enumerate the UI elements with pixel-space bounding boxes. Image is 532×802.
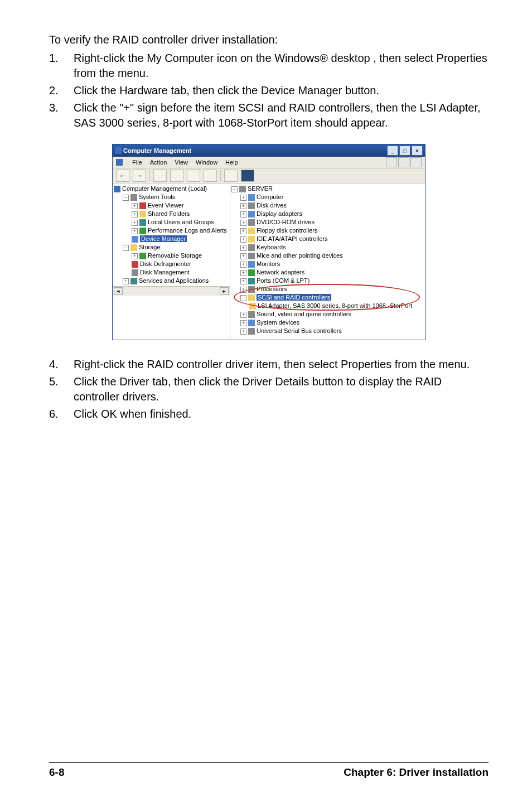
tb-extra[interactable]	[241, 170, 254, 182]
item-network[interactable]: Network adapters	[257, 269, 304, 276]
tb-forward[interactable]: →	[133, 170, 146, 182]
item-diskmgmt[interactable]: Disk Management	[140, 269, 190, 276]
item-floppy[interactable]: Floppy disk controllers	[257, 227, 317, 234]
expand-icon[interactable]: +	[240, 312, 246, 318]
mmc-icon	[114, 186, 120, 192]
item-lsi-adapter[interactable]: LSI Adapter, SAS 3000 series, 8-port wit…	[258, 302, 412, 309]
item-defrag[interactable]: Disk Defragmenter	[140, 260, 191, 267]
item-storage[interactable]: Storage	[139, 244, 161, 250]
item-scsi-raid[interactable]: SCSI and RAID controllers	[257, 294, 331, 301]
expand-icon[interactable]: +	[240, 195, 246, 201]
node-icon	[248, 278, 255, 284]
item-local-users[interactable]: Local Users and Groups	[148, 219, 214, 225]
expand-icon[interactable]: +	[240, 245, 246, 251]
close-button[interactable]: ×	[412, 146, 423, 156]
item-removable[interactable]: Removable Storage	[148, 252, 202, 259]
item-keyboards[interactable]: Keyboards	[257, 244, 286, 250]
step-text: Click the Driver tab, then click the Dri…	[74, 374, 489, 404]
scsi-icon	[248, 294, 255, 301]
expand-icon[interactable]: +	[240, 320, 246, 326]
adapter-icon	[249, 303, 256, 310]
mdi-close[interactable]	[410, 157, 422, 167]
tb-help[interactable]	[224, 170, 238, 182]
item-diskdrives[interactable]: Disk drives	[257, 202, 287, 209]
tb-up[interactable]	[153, 170, 167, 182]
tb-props[interactable]	[170, 170, 183, 182]
tree-root[interactable]: Computer Management (Local)	[122, 185, 207, 192]
collapse-icon[interactable]: −	[231, 186, 238, 192]
expand-icon[interactable]: +	[240, 287, 246, 293]
expand-icon[interactable]: +	[240, 228, 246, 234]
item-shared-folders[interactable]: Shared Folders	[148, 210, 190, 217]
item-event-viewer[interactable]: Event Viewer	[148, 202, 184, 209]
expand-icon[interactable]: +	[240, 211, 246, 218]
item-sound[interactable]: Sound, video and game controllers	[257, 311, 351, 317]
item-computer[interactable]: Computer	[257, 194, 283, 200]
intro-text: To verify the RAID controller driver ins…	[49, 33, 489, 46]
item-usb[interactable]: Universal Serial Bus controllers	[257, 327, 342, 334]
item-device-manager[interactable]: Device Manager	[140, 235, 187, 242]
expand-icon[interactable]: +	[123, 278, 129, 284]
tb-back[interactable]: ←	[116, 170, 129, 182]
expand-icon[interactable]: +	[240, 328, 246, 335]
minimize-button[interactable]: _	[387, 146, 398, 156]
expand-icon[interactable]: +	[240, 220, 246, 226]
item-monitors[interactable]: Monitors	[257, 260, 280, 267]
page-footer: 6-8 Chapter 6: Driver installation	[49, 762, 489, 779]
item-perf-logs[interactable]: Performance Logs and Alerts	[148, 227, 227, 234]
expand-icon[interactable]: +	[240, 236, 246, 243]
menu-icon	[116, 159, 123, 166]
left-tree-pane[interactable]: Computer Management (Local) −System Tool…	[113, 183, 230, 340]
folder-icon	[130, 244, 137, 251]
collapse-icon[interactable]: −	[123, 195, 129, 201]
window-title: Computer Management	[123, 147, 191, 154]
expand-icon[interactable]: +	[132, 203, 138, 209]
expand-icon[interactable]: +	[132, 253, 138, 259]
item-services[interactable]: Services and Applications	[139, 277, 209, 284]
mdi-restore[interactable]	[398, 157, 409, 167]
expand-icon[interactable]: +	[240, 262, 246, 268]
menu-window[interactable]: Window	[196, 159, 217, 166]
mdi-minimize[interactable]	[386, 157, 397, 167]
item-display[interactable]: Display adapters	[257, 210, 302, 217]
tb-refresh[interactable]	[187, 170, 200, 182]
folder-icon	[139, 211, 146, 218]
scroll-right-btn[interactable]: ►	[220, 287, 229, 295]
expand-icon[interactable]: +	[240, 253, 246, 259]
item-mice[interactable]: Mice and other pointing devices	[257, 252, 343, 259]
node-icon	[248, 311, 255, 318]
collapse-icon[interactable]: −	[123, 245, 129, 251]
event-viewer-icon	[139, 202, 146, 209]
tb-export[interactable]	[204, 170, 217, 182]
item-dvd[interactable]: DVD/CD-ROM drives	[257, 219, 315, 225]
expand-icon[interactable]: +	[240, 270, 246, 276]
item-ide[interactable]: IDE ATA/ATAPI controllers	[257, 235, 328, 242]
expand-icon[interactable]: +	[132, 220, 138, 226]
maximize-button[interactable]: □	[399, 146, 410, 156]
window-titlebar[interactable]: Computer Management _ □ ×	[113, 144, 425, 157]
steps-top: 1.Right-click the My Computer icon on th…	[49, 51, 489, 131]
step-text: Click the Hardware tab, then click the D…	[74, 83, 489, 98]
menu-file[interactable]: File	[132, 159, 142, 166]
item-system-tools[interactable]: System Tools	[139, 194, 175, 200]
tree-server[interactable]: SERVER	[248, 185, 273, 192]
node-icon	[248, 194, 255, 201]
node-icon	[248, 228, 255, 234]
item-processors[interactable]: Processors	[257, 286, 287, 292]
menu-view[interactable]: View	[175, 159, 188, 166]
item-system-devices[interactable]: System devices	[257, 319, 299, 326]
expand-icon[interactable]: +	[132, 228, 138, 234]
menu-action[interactable]: Action	[150, 159, 167, 166]
collapse-icon[interactable]: −	[240, 295, 246, 301]
diskmgmt-icon	[132, 269, 138, 276]
expand-icon[interactable]: +	[240, 203, 246, 209]
expand-icon[interactable]: +	[240, 278, 246, 284]
item-ports[interactable]: Ports (COM & LPT)	[257, 277, 309, 284]
step-num: 1.	[49, 51, 74, 81]
right-tree-pane[interactable]: −SERVER +Computer +Disk drives +Display …	[230, 183, 425, 340]
left-scrollbar[interactable]: ◄ ►	[113, 286, 230, 296]
chapter-title: Chapter 6: Driver installation	[344, 766, 489, 779]
menu-help[interactable]: Help	[225, 159, 238, 166]
scroll-left-btn[interactable]: ◄	[114, 287, 123, 295]
expand-icon[interactable]: +	[132, 211, 138, 218]
